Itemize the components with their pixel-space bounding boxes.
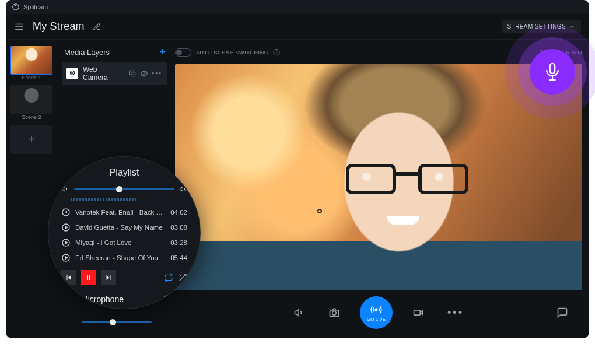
svg-rect-39 (87, 275, 88, 280)
scene-thumb-1[interactable] (10, 46, 52, 75)
track-name: Miyagi - I Got Love (75, 239, 166, 246)
svg-line-16 (541, 51, 541, 51)
speaker-icon[interactable] (290, 303, 309, 322)
audio-meter (71, 198, 187, 201)
main-column: AUTO SCENE SWITCHING ⓘ COLOR ADJ (172, 40, 589, 338)
transport-controls (61, 270, 187, 285)
svg-point-6 (72, 72, 73, 74)
track-duration: 05:44 (170, 254, 187, 261)
svg-rect-38 (67, 275, 68, 280)
track-duration: 03:08 (170, 224, 187, 231)
app-logo-icon (12, 3, 20, 11)
scene-thumb-2[interactable] (10, 85, 52, 114)
svg-marker-32 (65, 226, 68, 229)
go-live-label: GO LIVE (367, 317, 386, 322)
play-circle-icon[interactable] (61, 253, 71, 262)
stream-title: My Stream (33, 20, 85, 33)
auto-scene-label: AUTO SCENE SWITCHING (196, 50, 268, 55)
play-circle-icon[interactable] (61, 238, 71, 247)
svg-rect-24 (414, 310, 421, 315)
mic-badge-icon[interactable] (530, 49, 575, 94)
svg-rect-8 (130, 71, 134, 75)
layer-item-webcam[interactable]: Web Camera ••• (62, 62, 167, 85)
preview-toolbar: AUTO SCENE SWITCHING ⓘ COLOR ADJ (175, 44, 582, 61)
track-row[interactable]: Miyagi - I Got Love 03:28 (61, 235, 187, 250)
app-window: Splitcam My Stream STREAM SETTINGS Scene… (6, 0, 589, 338)
svg-rect-7 (131, 72, 135, 76)
mouth-graphic (387, 216, 419, 225)
info-icon[interactable]: ⓘ (273, 48, 281, 58)
microphone-icon (542, 62, 562, 82)
svg-point-22 (332, 312, 337, 316)
webcam-icon (66, 68, 78, 79)
svg-point-0 (13, 4, 19, 10)
auto-scene-toggle[interactable] (175, 48, 191, 57)
more-icon[interactable]: ••• (152, 69, 162, 78)
eye-off-icon[interactable] (140, 69, 148, 78)
microphone-volume-slider[interactable] (82, 321, 152, 323)
svg-rect-42 (110, 275, 111, 280)
scene-label: Scene 2 (10, 114, 52, 120)
pause-circle-icon[interactable] (61, 208, 71, 217)
svg-marker-34 (65, 241, 68, 244)
app-name: Splitcam (23, 4, 48, 10)
play-circle-icon[interactable] (61, 223, 71, 232)
stream-settings-label: STREAM SETTINGS (508, 23, 566, 30)
record-icon[interactable] (409, 303, 428, 322)
playlist-volume-slider[interactable] (74, 188, 174, 190)
bottom-controls: GO LIVE ••• (175, 294, 582, 331)
svg-marker-20 (295, 309, 299, 316)
svg-marker-41 (107, 275, 110, 280)
track-duration: 03:28 (170, 239, 187, 246)
track-name: Ed Sheeran - Shape Of You (75, 254, 166, 261)
track-row[interactable]: Ed Sheeran - Shape Of You 05:44 (61, 250, 187, 265)
scene-label: Scene 1 (10, 75, 52, 80)
track-row[interactable]: David Guetta - Say My Name 03:08 (61, 220, 187, 235)
svg-marker-36 (65, 256, 68, 259)
layers-heading: Media Layers (64, 48, 110, 57)
chevron-down-icon (569, 24, 575, 30)
more-controls-icon[interactable]: ••• (444, 303, 467, 323)
add-layer-button[interactable]: + (159, 47, 166, 57)
titlebar: Splitcam (6, 0, 589, 14)
svg-point-28 (62, 209, 69, 216)
hamburger-menu-icon[interactable] (14, 22, 24, 32)
svg-marker-27 (180, 187, 183, 191)
chat-icon[interactable] (553, 303, 572, 322)
svg-marker-37 (68, 275, 71, 280)
svg-point-1 (15, 5, 16, 6)
snapshot-icon[interactable] (325, 303, 344, 322)
scenes-column: Scene 1 Scene 2 + (6, 40, 57, 338)
track-name: David Guetta - Say My Name (75, 224, 166, 231)
svg-rect-49 (550, 64, 555, 74)
go-live-button[interactable]: GO LIVE (360, 296, 393, 329)
video-preview[interactable] (175, 64, 582, 290)
copy-icon[interactable] (128, 69, 136, 78)
repeat-icon[interactable] (164, 273, 173, 282)
pause-button[interactable] (81, 270, 96, 285)
broadcast-icon (370, 304, 382, 316)
svg-point-23 (375, 309, 377, 310)
playlist-magnifier: Playlist Vanotek Feat. Enali - Back To..… (48, 156, 201, 309)
svg-point-5 (71, 71, 75, 75)
track-row[interactable]: Vanotek Feat. Enali - Back To... 04:02 (61, 205, 187, 220)
header: My Stream STREAM SETTINGS (6, 14, 589, 40)
track-name: Vanotek Feat. Enali - Back To... (75, 209, 166, 216)
add-scene-button[interactable]: + (10, 125, 52, 154)
svg-rect-40 (89, 275, 90, 280)
svg-marker-26 (62, 187, 65, 191)
track-duration: 04:02 (170, 209, 187, 216)
svg-line-45 (180, 275, 181, 276)
stream-settings-button[interactable]: STREAM SETTINGS (502, 20, 581, 33)
layer-label: Web Camera (83, 65, 124, 82)
edit-icon[interactable] (93, 23, 101, 31)
glasses-graphic (346, 164, 468, 197)
next-track-button[interactable] (101, 270, 116, 285)
